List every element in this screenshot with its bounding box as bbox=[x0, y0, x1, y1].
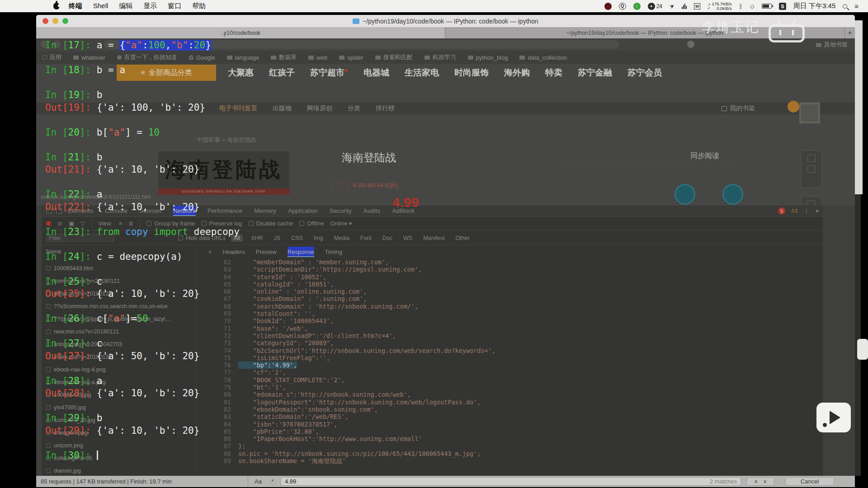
site-nav-item[interactable]: 海外购 bbox=[504, 67, 530, 79]
menu-item-编辑[interactable]: 编辑 bbox=[119, 2, 132, 10]
checkbox-disable-cache[interactable]: Disable cache bbox=[249, 220, 293, 227]
response-code: "storeId" : '10052', bbox=[238, 273, 326, 281]
site-nav-item[interactable]: 生活家电 bbox=[405, 67, 439, 79]
devtools-tab-memory[interactable]: Memory bbox=[254, 207, 276, 214]
site-nav-item[interactable]: 电器城 bbox=[363, 67, 389, 79]
filter-pill-xhr[interactable]: XHR bbox=[248, 235, 265, 242]
site-nav-item[interactable]: 特卖 bbox=[545, 67, 562, 79]
next-match-button[interactable]: ∨ bbox=[763, 479, 767, 484]
browser-avatar[interactable] bbox=[687, 41, 694, 48]
new-tab-button[interactable]: + bbox=[844, 27, 855, 38]
filter-pill-media[interactable]: Media bbox=[331, 235, 352, 242]
input-method-icon[interactable]: S bbox=[779, 3, 786, 10]
checkbox-icon bbox=[249, 221, 254, 226]
bookmark-item[interactable]: data_collection bbox=[519, 54, 567, 61]
detail-tab-timing[interactable]: Timing bbox=[325, 249, 343, 255]
terminal-line bbox=[45, 437, 240, 450]
bluetooth-icon[interactable]: ᛒ bbox=[739, 3, 742, 10]
cancel-search-button[interactable]: Cancel bbox=[785, 477, 834, 486]
close-window-button[interactable] bbox=[42, 18, 48, 24]
error-count-badge[interactable]: 5 bbox=[778, 207, 785, 215]
bookmark-item[interactable]: web bbox=[308, 54, 327, 61]
site-nav-item[interactable]: 时尚服饰 bbox=[454, 67, 489, 79]
terminal-tab-active[interactable]: ..y10/code/book bbox=[36, 27, 445, 38]
network-speed-indicator[interactable]: ↗↙ 175.7KB/s0.0KB/s bbox=[708, 2, 732, 11]
devtools-menu-icon[interactable]: ⋮ bbox=[803, 207, 810, 215]
menu-clock[interactable]: 周日 下午3:45 bbox=[793, 2, 835, 10]
wifi-icon[interactable]: ◇ bbox=[750, 3, 755, 9]
bookmark-item[interactable]: 机器学习 bbox=[425, 53, 456, 61]
response-line: 71 "base": '/web', bbox=[202, 325, 823, 332]
site-nav-item[interactable]: 苏宁超市 bbox=[310, 67, 348, 79]
other-bookmarks[interactable]: 其他书签 bbox=[816, 38, 848, 51]
devtools-close-icon[interactable]: × bbox=[815, 207, 819, 215]
warning-count-badge[interactable]: ⚠1 bbox=[791, 208, 798, 214]
paper-plane-icon[interactable]: ➤ bbox=[668, 2, 676, 10]
menu-item-Shell[interactable]: Shell bbox=[93, 2, 108, 10]
menu-item-窗口[interactable]: 窗口 bbox=[168, 2, 181, 10]
match-count: 2 matches bbox=[710, 478, 737, 485]
request-row[interactable]: dianxin.jpg bbox=[42, 465, 197, 476]
q-app-icon[interactable]: Q bbox=[619, 3, 626, 10]
previous-match-button[interactable]: ∧ bbox=[754, 479, 758, 484]
devtools-search-input[interactable]: 4.99 2 matches bbox=[281, 477, 741, 486]
spotlight-search-icon[interactable] bbox=[843, 4, 847, 9]
filter-pill-js[interactable]: JS bbox=[271, 235, 283, 242]
devtools-tab-security[interactable]: Security bbox=[330, 207, 352, 214]
promo-ball[interactable] bbox=[788, 101, 799, 113]
sync-read-tab[interactable]: 同步阅读 bbox=[690, 151, 719, 161]
filter-pill-css[interactable]: CSS bbox=[288, 235, 306, 242]
side-toolbar[interactable] bbox=[801, 150, 822, 188]
menu-item-显示[interactable]: 显示 bbox=[143, 2, 157, 10]
mini-player-play-button[interactable] bbox=[816, 403, 851, 432]
bookmark-item[interactable]: python_blog bbox=[468, 54, 508, 61]
notification-center-icon[interactable]: ≡ bbox=[854, 2, 858, 10]
site-nav-item[interactable]: 苏宁会员 bbox=[627, 67, 662, 79]
site-subnav-item[interactable]: 网络原创 bbox=[307, 104, 332, 113]
site-subnav-item[interactable]: 排行榜 bbox=[376, 104, 395, 113]
upload-status-icon[interactable]: ↑ bbox=[633, 3, 641, 10]
terminal-text: c = deepcopy(a) bbox=[97, 251, 183, 262]
menumeters-icon[interactable]: M bbox=[694, 3, 700, 9]
notification-count[interactable]: ●24 bbox=[648, 3, 662, 10]
online-select[interactable]: Online ▾ bbox=[330, 220, 352, 227]
filter-pill-other[interactable]: Other bbox=[453, 235, 472, 242]
apple-menu-icon[interactable] bbox=[53, 3, 60, 9]
minimize-window-button[interactable] bbox=[52, 18, 58, 24]
folder-icon bbox=[375, 56, 381, 60]
filter-pill-doc[interactable]: Doc bbox=[380, 235, 395, 242]
bookmark-item[interactable]: 数据库 bbox=[271, 53, 297, 61]
detail-tab-response[interactable]: Response bbox=[288, 247, 314, 257]
match-case-toggle[interactable]: Aa bbox=[255, 478, 262, 485]
filter-pill-ws[interactable]: WS bbox=[401, 235, 415, 242]
detail-tab-preview[interactable]: Preview bbox=[256, 249, 277, 255]
activity-bars-icon[interactable] bbox=[682, 4, 687, 9]
app-download-icon[interactable] bbox=[675, 184, 695, 205]
menu-item-终端[interactable]: 终端 bbox=[69, 2, 82, 10]
app-download-icon[interactable] bbox=[722, 184, 743, 205]
site-subnav-item[interactable]: 出版物 bbox=[273, 104, 292, 113]
terminal-text: 10 bbox=[148, 127, 160, 138]
devtools-tab-application[interactable]: Application bbox=[288, 207, 318, 214]
filter-pill-manifest[interactable]: Manifest bbox=[420, 235, 447, 242]
menu-item-帮助[interactable]: 帮助 bbox=[192, 2, 206, 10]
bookmark-item[interactable]: 搜索和匹配 bbox=[375, 53, 413, 61]
terminal-text: In [ bbox=[45, 89, 68, 100]
battery-icon[interactable] bbox=[762, 4, 772, 9]
filter-pill-img[interactable]: Img bbox=[311, 235, 326, 242]
window-title: ~/python19/day10/code/book — IPython: co… bbox=[353, 18, 538, 25]
site-nav-item[interactable]: 红孩子 bbox=[269, 67, 295, 79]
terminal-line: In [22]: a bbox=[45, 188, 240, 201]
bookmark-item[interactable]: spider bbox=[339, 54, 363, 61]
record-status-icon[interactable] bbox=[604, 3, 612, 10]
zoom-window-button[interactable] bbox=[62, 18, 68, 24]
filter-pill-font[interactable]: Font bbox=[358, 235, 374, 242]
site-subnav-item[interactable]: 分类 bbox=[348, 104, 360, 113]
my-bookshelf-link[interactable]: 我的书架 bbox=[722, 103, 755, 114]
checkbox-offline[interactable]: Offline bbox=[299, 220, 324, 227]
devtools-tab-audits[interactable]: Audits bbox=[363, 207, 381, 214]
site-nav-item[interactable]: 苏宁金融 bbox=[578, 67, 612, 79]
terminal-text: 50 bbox=[137, 313, 148, 324]
regex-toggle[interactable]: .* bbox=[270, 479, 274, 485]
terminal-line bbox=[45, 139, 240, 151]
